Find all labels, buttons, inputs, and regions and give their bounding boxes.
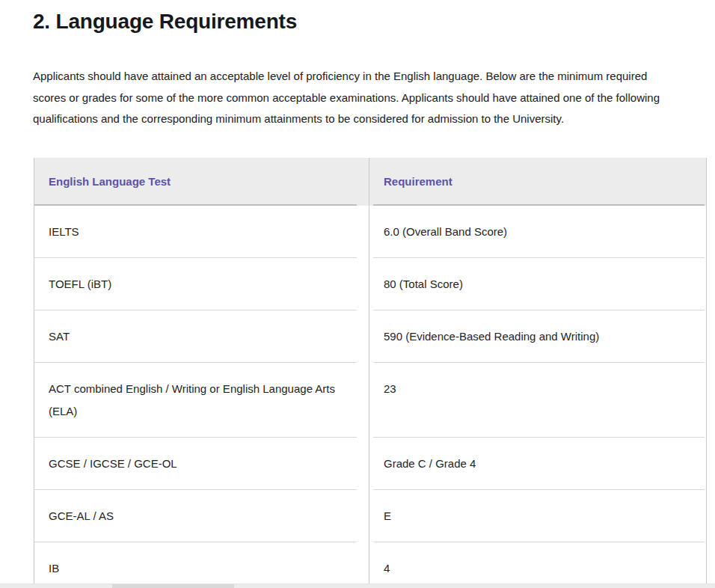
column-header-english-language-test: English Language Test (34, 158, 369, 206)
horizontal-scrollbar-thumb[interactable] (112, 584, 234, 588)
table-row: GCSE / IGCSE / GCE-OL Grade C / Grade 4 (34, 438, 707, 490)
table-row: ACT combined English / Writing or Englis… (34, 363, 707, 438)
cell-requirement: 80 (Total Score) (369, 258, 707, 310)
table-column-divider (369, 158, 369, 588)
requirements-table: English Language Test Requirement IELTS … (34, 158, 707, 588)
table-right-border (706, 158, 707, 588)
table-row: IB 4 (34, 542, 707, 588)
table-row: GCE-AL / AS E (34, 490, 707, 542)
page: 2. Language Requirements Applicants shou… (0, 0, 715, 588)
cell-test: GCE-AL / AS (34, 490, 369, 542)
table-left-border (34, 158, 34, 588)
cell-requirement: 4 (369, 542, 707, 588)
table-row: SAT 590 (Evidence-Based Reading and Writ… (34, 310, 707, 363)
cell-requirement: 6.0 (Overall Band Score) (369, 206, 707, 258)
horizontal-scrollbar[interactable] (0, 584, 715, 588)
cell-test: GCSE / IGCSE / GCE-OL (34, 438, 369, 490)
cell-test: IELTS (34, 206, 369, 258)
cell-test: IB (34, 542, 369, 588)
cell-test: TOEFL (iBT) (34, 258, 369, 310)
cell-requirement: 590 (Evidence-Based Reading and Writing) (369, 310, 707, 363)
cell-requirement: E (369, 490, 707, 542)
column-header-requirement: Requirement (369, 158, 707, 206)
content-area: 2. Language Requirements Applicants shou… (0, 0, 715, 588)
cell-test: SAT (34, 310, 369, 363)
cell-test: ACT combined English / Writing or Englis… (34, 363, 369, 438)
cell-requirement: Grade C / Grade 4 (369, 438, 707, 490)
intro-paragraph: Applicants should have attained an accep… (33, 66, 682, 130)
table-row: IELTS 6.0 (Overall Band Score) (34, 206, 707, 258)
table-header-row: English Language Test Requirement (34, 158, 707, 206)
cell-requirement: 23 (369, 363, 707, 438)
table-row: TOEFL (iBT) 80 (Total Score) (34, 258, 707, 310)
page-title: 2. Language Requirements (33, 9, 682, 34)
